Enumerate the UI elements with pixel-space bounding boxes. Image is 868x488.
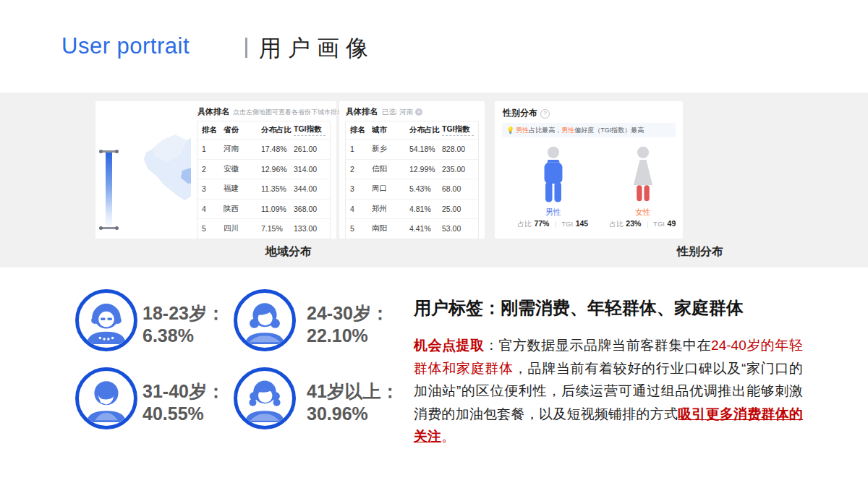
col-tgi: TGI指数	[294, 124, 326, 136]
cell: 2	[350, 165, 372, 174]
province-rank-title: 具体排名点击左侧地图可查看各省份下城市排名	[191, 101, 336, 119]
cell: 1	[350, 145, 372, 153]
user-tags-title: 用户标签：刚需消费、年轻群体、家庭群体	[414, 296, 744, 320]
cell: 5.43%	[409, 184, 442, 193]
city-table: 排名 城市 分布占比 TGI指数 1 新乡 54.18% 828.00 2 信阳…	[345, 121, 479, 239]
title-divider	[245, 38, 247, 58]
cell: 133.00	[294, 224, 326, 233]
share-label: 占比	[610, 220, 624, 228]
share-value: 77%	[534, 219, 549, 228]
tip-text: 占比最高，	[529, 127, 561, 134]
age-group-stat: 31-40岁： 40.55%	[142, 380, 225, 425]
col-city: 城市	[372, 125, 409, 135]
cell: 25.00	[442, 205, 474, 213]
cell: 3	[350, 184, 372, 193]
gender-panel-title: 性别分布?	[503, 107, 550, 119]
gender-insight-tip: 💡男性占比最高，男性偏好度（TGI指数）最高	[502, 123, 676, 137]
body-text: ：官方数据显示品牌当前客群集中在	[485, 338, 711, 353]
panel-title: 性别分布	[503, 108, 537, 118]
age-group-avatar-31-40	[75, 367, 137, 429]
age-share: 6.38%	[142, 325, 225, 347]
cell: 314.00	[294, 165, 326, 174]
cell: 11.09%	[261, 205, 294, 213]
legend-handle-top[interactable]	[101, 150, 116, 153]
age-group-avatar-24-30	[234, 289, 296, 351]
table-row: 2 安徽 12.96% 314.00	[197, 159, 330, 179]
city-rank-panel: 具体排名已选: 河南✕ 排名 城市 分布占比 TGI指数 1 新乡 54.18%…	[339, 101, 485, 239]
cell: 信阳	[372, 164, 409, 174]
table-row: 3 福建 11.35% 344.00	[197, 179, 330, 199]
table-row: 3 周口 5.43% 68.00	[346, 179, 478, 199]
region-caption: 地域分布	[265, 244, 312, 260]
table-header-row: 排名 城市 分布占比 TGI指数	[346, 121, 478, 139]
woman-curly-hair-icon	[239, 372, 291, 424]
col-province: 省份	[224, 125, 261, 135]
col-share: 分布占比	[261, 125, 294, 135]
table-row: 1 河南 17.48% 261.00	[197, 139, 330, 159]
cell: 安徽	[224, 164, 261, 174]
cell: 周口	[372, 184, 409, 194]
female-label: 女性	[610, 207, 676, 218]
female-figure	[610, 146, 676, 208]
analytics-band: 具体排名点击左侧地图可查看各省份下城市排名 排名 省份 分布占比 TGI指数 1…	[0, 93, 868, 267]
woman-bob-hair-icon	[80, 372, 132, 424]
cell: 53.00	[442, 224, 474, 233]
cell: 828.00	[442, 145, 474, 153]
age-range: 31-40岁：	[142, 380, 225, 403]
male-stats: 占比 77% | TGI 145	[503, 219, 604, 229]
age-group-stat: 41岁以上： 30.96%	[307, 380, 399, 425]
cell: 4	[350, 205, 372, 213]
tgi-label: TGI	[561, 220, 573, 228]
page-title-en: User portrait	[61, 33, 190, 59]
age-range: 24-30岁：	[307, 302, 389, 325]
table-row: 5 南阳 4.41% 53.00	[346, 218, 478, 239]
divider: |	[647, 220, 648, 228]
col-rank: 排名	[350, 125, 372, 135]
tgi-value: 49	[668, 219, 676, 228]
male-person-icon	[537, 146, 569, 205]
period: 。	[441, 429, 455, 444]
cell: 11.35%	[261, 184, 294, 193]
cell: 4	[202, 205, 224, 213]
age-group-avatar-18-23	[75, 289, 137, 351]
legend-handle-bottom[interactable]	[101, 227, 116, 229]
age-range: 18-23岁：	[142, 302, 225, 325]
cell: 郑州	[372, 204, 409, 214]
share-label: 占比	[518, 220, 532, 228]
info-icon[interactable]: ?	[540, 109, 550, 119]
col-tgi: TGI指数	[442, 124, 474, 136]
female-stats: 占比 23% | TGI 49	[592, 219, 694, 229]
cell: 4.81%	[409, 205, 442, 213]
divider: |	[555, 220, 556, 228]
table-row: 2 信阳 12.99% 235.00	[346, 159, 478, 179]
age-group-stat: 24-30岁： 22.10%	[307, 302, 389, 347]
table-header-row: 排名 省份 分布占比 TGI指数	[197, 121, 330, 139]
age-share: 40.55%	[142, 403, 225, 425]
cell: 2	[202, 165, 224, 174]
lead-label: 机会点提取	[414, 338, 485, 353]
gender-panel: 性别分布? 💡男性占比最高，男性偏好度（TGI指数）最高 男性 女性	[495, 101, 683, 239]
cell: 261.00	[294, 145, 326, 153]
selected-filter-tag: 已选: 河南	[382, 108, 413, 116]
cell: 54.18%	[409, 145, 442, 153]
age-range: 41岁以上：	[307, 380, 399, 403]
panel-note: 点击左侧地图可查看各省份下城市排名	[233, 108, 344, 116]
cell: 福建	[224, 184, 261, 194]
cell: 四川	[224, 223, 261, 234]
slide-user-portrait: { "header": { "title_en": "User portrait…	[0, 0, 868, 488]
cell: 新乡	[372, 144, 409, 154]
tip-highlight: 男性	[561, 127, 574, 134]
cell: 235.00	[442, 165, 474, 174]
opportunity-paragraph: 机会点提取：官方数据显示品牌当前客群集中在24-40岁的年轻群体和家庭群体，品牌…	[414, 334, 803, 448]
cell: 南阳	[372, 223, 409, 234]
tgi-value: 145	[576, 219, 589, 228]
panel-title: 具体排名	[197, 107, 229, 116]
tip-highlight: 男性	[516, 127, 529, 134]
city-rank-title: 具体排名已选: 河南✕	[339, 101, 485, 119]
clear-filter-icon[interactable]: ✕	[415, 108, 422, 116]
table-row: 5 四川 7.15% 133.00	[197, 218, 330, 239]
cell: 3	[202, 184, 224, 193]
cell: 368.00	[294, 205, 326, 213]
col-share: 分布占比	[409, 125, 442, 135]
table-row: 4 陕西 11.09% 368.00	[197, 199, 330, 219]
